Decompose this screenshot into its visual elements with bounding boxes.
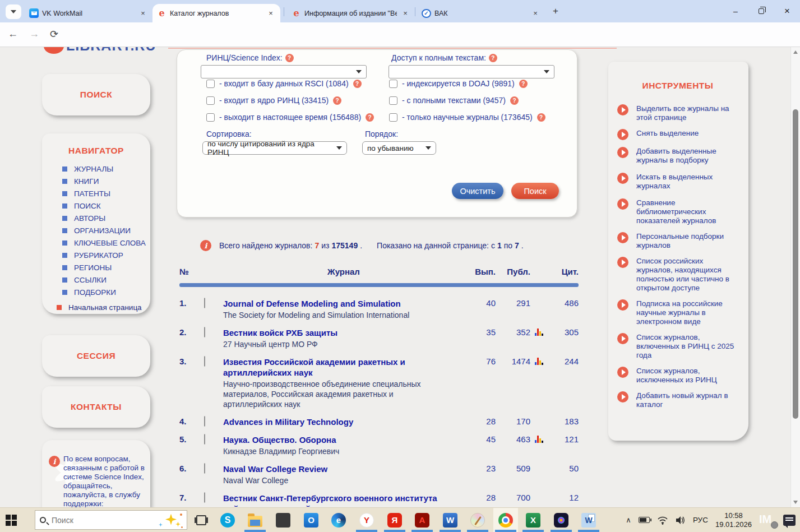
row-checkbox[interactable] [204,434,205,445]
tool-deselect[interactable]: Снять выделение [617,129,738,140]
sidebar-item-keywords[interactable]: КЛЮЧЕВЫЕ СЛОВА [62,239,150,247]
help-icon[interactable]: ? [519,80,528,88]
sidebar-panel-contacts[interactable]: КОНТАКТЫ [42,386,150,428]
rinc-core-checkbox[interactable] [206,96,215,105]
row-checkbox[interactable] [204,298,205,308]
sidebar-item-books[interactable]: КНИГИ [62,177,150,186]
journal-link[interactable]: Advances in Military Technology [223,417,442,427]
tab-vk-workmail[interactable]: VK WorkMail × [25,4,152,22]
fulltext-checkbox[interactable] [389,96,397,105]
tab-close-icon[interactable]: × [138,8,148,18]
row-checkbox[interactable] [204,356,205,367]
taskbar-app-outlook[interactable]: O [299,508,323,532]
scroll-down-icon[interactable] [793,501,798,504]
close-button[interactable]: × [774,0,800,22]
task-view-button[interactable] [196,515,206,525]
volume-icon[interactable] [676,516,686,525]
sidebar-item-label[interactable]: КЛЮЧЕВЫЕ СЛОВА [74,239,146,247]
tool-included-rinc[interactable]: Список журналов, включенных в РИНЦ с 202… [617,333,738,360]
action-center-icon[interactable] [783,515,796,526]
help-icon[interactable]: ? [537,113,545,122]
tool-link-label[interactable]: Добавить новый журнал в каталог [636,391,738,409]
row-checkbox[interactable] [204,327,205,337]
row-checkbox[interactable] [204,416,205,427]
order-select[interactable]: по убыванию [362,141,436,155]
taskbar-app-paint[interactable] [465,508,490,532]
new-tab-button[interactable]: + [553,6,558,17]
tool-compare-metrics[interactable]: Сравнение библиометрических показателей … [617,198,738,225]
battery-icon[interactable] [639,517,650,523]
tool-link-label[interactable]: Список журналов, включенных в РИНЦ с 202… [636,333,738,360]
tool-open-access-list[interactable]: Список российских журналов, находящихся … [617,257,738,293]
elibrary-logo[interactable]: LIBRARY.RU [44,47,161,55]
tool-link-label[interactable]: Список журналов, исключенных из РИНЦ [636,367,738,385]
tab-close-icon[interactable]: × [266,8,276,18]
taskbar-app-chrome[interactable] [493,508,518,532]
tab-edition-info[interactable]: e Информация об издании "Вес × [287,4,415,22]
tab-close-icon[interactable]: × [400,8,410,18]
taskbar-search-box[interactable] [35,510,187,530]
taskbar-app-yandex-browser[interactable]: Y [354,508,379,532]
page-scrollbar[interactable] [790,47,800,507]
sidebar-item-regions[interactable]: РЕГИОНЫ [62,263,150,272]
sidebar-item-label[interactable]: ПАТЕНТЫ [74,189,110,198]
scroll-up-icon[interactable] [793,50,798,54]
tool-link-label[interactable]: Сравнение библиометрических показателей … [636,198,738,225]
journal-link[interactable]: Наука. Общество. Оборона [223,434,442,445]
taskbar-app-yandex[interactable]: Я [382,508,407,532]
sidebar-panel-search[interactable]: ПОИСК [42,74,150,115]
tool-select-all[interactable]: Выделить все журналы на этой странице [617,104,738,122]
sidebar-item-search[interactable]: ПОИСК [62,202,150,210]
tool-add-to-collection[interactable]: Добавить выделенные журналы в подборку [617,147,738,165]
sidebar-item-home[interactable]: Начальная страница [42,303,150,312]
sidebar-item-links[interactable]: ССЫЛКИ [62,276,150,284]
sidebar-item-label[interactable]: ЖУРНАЛЫ [74,165,113,173]
tool-link-label[interactable]: Подписка на российские научные журналы в… [636,299,738,326]
stats-chart-icon[interactable] [535,358,543,365]
taskbar-app-edge[interactable]: e [326,508,351,532]
tool-link-label[interactable]: Добавить выделенные журналы в подборку [636,147,738,165]
row-checkbox[interactable] [204,463,205,474]
home-label[interactable]: Начальная страница [68,303,142,312]
sidebar-item-label[interactable]: КНИГИ [74,177,99,186]
sidebar-item-rubricator[interactable]: РУБРИКАТОР [62,251,150,260]
minimize-button[interactable]: – [723,0,748,22]
wifi-icon[interactable] [657,516,668,525]
taskbar-app-acrobat[interactable]: A [410,508,434,532]
doaj-checkbox[interactable] [389,80,397,88]
taskbar-app-photos[interactable] [549,508,574,532]
tray-chevron-up-icon[interactable]: ∧ [626,516,631,524]
help-icon[interactable]: ? [353,80,362,88]
back-icon[interactable]: ← [8,28,18,40]
sidebar-item-authors[interactable]: АВТОРЫ [62,214,150,223]
tool-link-label[interactable]: Персональные подборки журналов [636,232,738,250]
journal-link[interactable]: Вестник войск РХБ защиты [223,327,442,338]
rsci-checkbox[interactable] [206,80,215,88]
search-input[interactable] [52,516,136,525]
taskbar-app-file-explorer[interactable] [243,508,267,532]
stats-chart-icon[interactable] [535,329,543,336]
sidebar-item-patents[interactable]: ПАТЕНТЫ [62,189,150,198]
taskbar-app-skype[interactable]: S [215,508,240,532]
taskbar-app-excel[interactable]: X [521,508,545,532]
sidebar-item-label[interactable]: АВТОРЫ [74,214,105,223]
stats-chart-icon[interactable] [535,436,543,443]
tool-link-label[interactable]: Искать в выделенных журналах [636,173,738,191]
tool-excluded-rinc[interactable]: Список журналов, исключенных из РИНЦ [617,367,738,385]
reload-icon[interactable]: ⟳ [50,28,58,40]
sidebar-panel-session[interactable]: СЕССИЯ [42,335,150,377]
tool-add-journal[interactable]: Добавить новый журнал в каталог [617,391,738,409]
help-icon[interactable]: ? [333,96,341,105]
tab-search-button[interactable] [6,4,21,19]
tool-link-label[interactable]: Список российских журналов, находящихся … [636,257,738,293]
forward-icon[interactable]: → [29,28,39,40]
help-icon[interactable]: ? [366,113,374,122]
currently-published-checkbox[interactable] [206,113,215,122]
search-button[interactable]: Поиск [511,183,559,199]
help-icon[interactable]: ? [285,54,294,62]
tab-close-icon[interactable]: × [530,8,540,18]
taskbar-app-word-viewer[interactable]: W [576,508,601,532]
sidebar-item-journals[interactable]: ЖУРНАЛЫ [62,165,150,173]
tool-link-label[interactable]: Снять выделение [636,129,699,140]
sidebar-item-label[interactable]: ПОДБОРКИ [74,288,116,297]
